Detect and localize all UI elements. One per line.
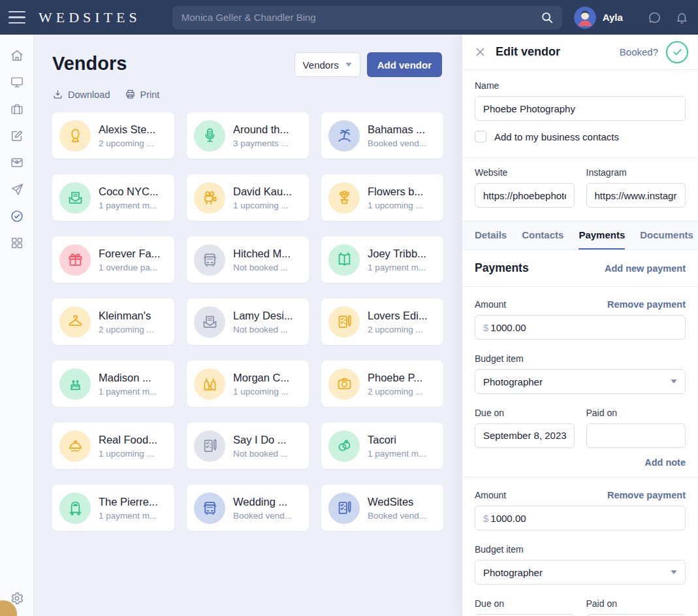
vendor-card[interactable]: Flowers b...1 upcoming ...: [321, 174, 443, 221]
add-note-link[interactable]: Add note: [644, 457, 686, 468]
top-navbar: WEDSITES Ayla: [0, 0, 698, 35]
print-link[interactable]: Print: [125, 89, 160, 100]
instagram-field[interactable]: [586, 183, 686, 208]
budget-item-select[interactable]: Photographer: [475, 560, 686, 585]
chat-icon[interactable]: [648, 10, 661, 25]
payments-section-title: Payments: [475, 261, 529, 275]
search-icon[interactable]: [540, 10, 554, 25]
close-icon[interactable]: [475, 46, 486, 57]
due-on-field[interactable]: September 8, 2023: [475, 423, 575, 448]
vendor-name: Joey Tribb...: [368, 248, 426, 260]
vendor-status: Not booked ...: [233, 449, 288, 459]
download-link[interactable]: Download: [52, 89, 110, 100]
vendor-status: 1 upcoming ...: [368, 201, 423, 210]
remove-payment-link[interactable]: Remove payment: [607, 299, 686, 310]
business-contacts-checkbox-row[interactable]: Add to my business contacts: [475, 131, 686, 142]
currency-symbol: $: [483, 513, 488, 524]
vendor-status: 2 upcoming ...: [99, 325, 154, 334]
vendor-card[interactable]: Hitched M...Not booked ...: [187, 236, 309, 283]
sidebar-item-monitor[interactable]: [7, 74, 27, 93]
vendor-name: Forever Fa...: [99, 248, 160, 260]
website-field[interactable]: [475, 183, 575, 208]
vendor-status: 1 payment m...: [368, 449, 426, 459]
vendor-card[interactable]: Around th...3 payments ...: [187, 112, 309, 159]
vendor-card[interactable]: Lovers Edi...2 upcoming ...: [321, 299, 443, 345]
edit-vendor-panel: Edit vendor Booked? Name Add to my busin…: [462, 35, 698, 616]
check-icon: [672, 46, 683, 57]
user-name[interactable]: Ayla: [603, 12, 623, 23]
vendor-name: Coco NYC...: [99, 186, 159, 198]
sidebar-item-mail-heart[interactable]: [7, 154, 27, 174]
send-icon: [10, 182, 24, 199]
search-input[interactable]: [172, 12, 540, 23]
vendor-status: 2 upcoming ...: [368, 387, 423, 397]
vendor-card[interactable]: Lamy Desi...Not booked ...: [187, 299, 309, 345]
budget-item-select[interactable]: Photographer: [475, 369, 686, 394]
add-new-payment-link[interactable]: Add new payment: [605, 263, 686, 274]
booked-toggle[interactable]: [666, 41, 688, 63]
hamburger-menu-icon[interactable]: [8, 11, 25, 24]
vendor-card[interactable]: David Kau...1 upcoming ...: [187, 174, 309, 221]
vendor-card[interactable]: Coco NYC...1 payment m...: [52, 174, 174, 221]
luggage-cart-icon: [59, 493, 91, 524]
budget-item-value: Photographer: [483, 376, 543, 387]
page-title: Vendors: [52, 53, 127, 74]
sidebar-item-send[interactable]: [7, 181, 27, 201]
tab-contacts[interactable]: Contacts: [522, 221, 563, 250]
vendor-card[interactable]: The Pierre...1 payment m...: [52, 485, 174, 531]
palm-island-icon: [328, 120, 360, 152]
vendor-card[interactable]: Alexis Ste...2 upcoming ...: [52, 112, 174, 159]
tab-payments[interactable]: Payments: [579, 221, 625, 250]
vendor-card[interactable]: Real Food...1 upcoming ...: [52, 423, 174, 469]
global-search[interactable]: [172, 6, 562, 29]
vendor-name: Lovers Edi...: [368, 310, 428, 322]
vendor-status: 1 payment m...: [99, 201, 159, 210]
vendor-card[interactable]: Bahamas ...Booked vend...: [321, 112, 443, 159]
user-avatar[interactable]: [574, 7, 596, 29]
vendor-card[interactable]: Phoebe P...2 upcoming ...: [321, 361, 443, 407]
remove-payment-link[interactable]: Remove payment: [607, 490, 686, 500]
vendors-filter-select[interactable]: Vendors: [294, 52, 360, 77]
flowers-icon: [328, 182, 360, 214]
vendor-card[interactable]: Joey Tribb...1 payment m...: [321, 236, 443, 283]
left-sidebar: [0, 35, 34, 616]
sidebar-item-home[interactable]: [7, 47, 27, 67]
sidebar-item-compose[interactable]: [7, 127, 27, 147]
vendor-name-field[interactable]: [475, 96, 686, 121]
amount-field[interactable]: $ 1000.00: [475, 315, 686, 340]
vendor-name: Lamy Desi...: [233, 310, 293, 322]
budget-item-label: Budget item: [475, 544, 686, 555]
vendor-card[interactable]: Madison ...1 payment m...: [52, 361, 174, 407]
vendor-card[interactable]: Kleinman's2 upcoming ...: [52, 299, 174, 345]
tab-details[interactable]: Details: [475, 221, 507, 250]
paid-on-field[interactable]: [586, 423, 686, 448]
vendor-card[interactable]: Forever Fa...1 overdue pa...: [52, 236, 174, 283]
rings-icon: [328, 430, 360, 462]
sidebar-item-grid[interactable]: [7, 235, 27, 254]
tab-documents[interactable]: Documents: [640, 221, 693, 250]
sidebar-item-briefcase[interactable]: [7, 101, 27, 120]
download-label: Download: [68, 89, 110, 100]
budget-item-label: Budget item: [475, 353, 686, 364]
chevron-down-icon: [671, 570, 677, 574]
vendor-card[interactable]: Wedding ...Booked vend...: [187, 485, 309, 531]
vendor-status: 1 payment m...: [99, 511, 158, 521]
hanger-icon: [59, 306, 91, 338]
add-vendor-button[interactable]: Add vendor: [367, 52, 442, 77]
vendor-card[interactable]: Say I Do ...Not booked ...: [187, 423, 309, 469]
app-logo: WEDSITES: [39, 9, 141, 26]
checkbox[interactable]: [475, 131, 486, 142]
open-book-icon: [328, 244, 360, 276]
sidebar-item-check-circle[interactable]: [7, 208, 27, 227]
vendor-card[interactable]: Tacori1 payment m...: [321, 423, 443, 469]
amount-field[interactable]: $ 1000.00: [475, 506, 686, 530]
vendor-card[interactable]: WedSitesBooked vend...: [321, 485, 443, 531]
payment-block: Amount Remove payment $ 1000.00 Budget i…: [462, 287, 698, 477]
cloche-icon: [59, 430, 91, 462]
mail-letter-icon: [59, 182, 91, 214]
mirror-icon: [59, 120, 91, 152]
notifications-bell-icon[interactable]: [675, 10, 689, 25]
vendor-card[interactable]: Morgan C...1 upcoming ...: [187, 361, 309, 407]
name-label: Name: [475, 80, 686, 91]
grid-icon: [10, 236, 24, 253]
